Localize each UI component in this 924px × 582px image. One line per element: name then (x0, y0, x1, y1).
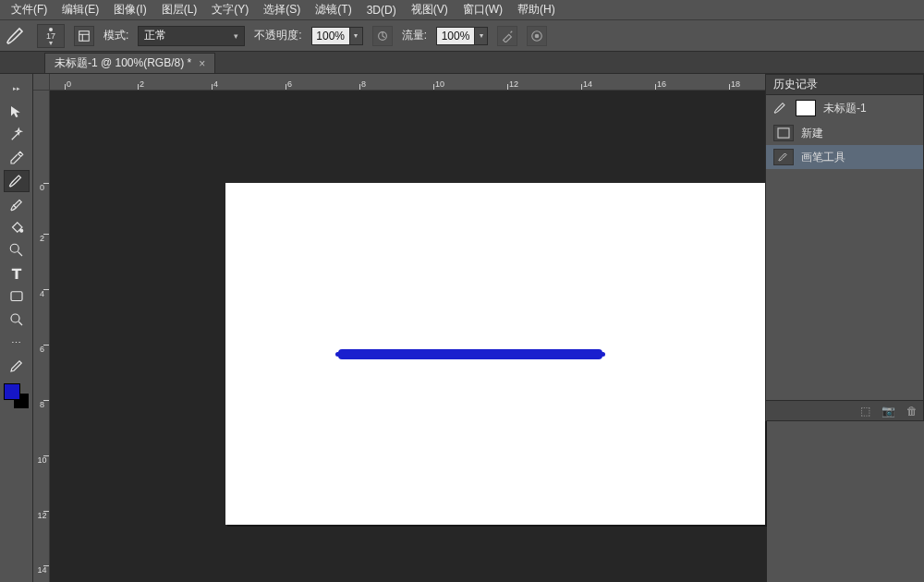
tool-edit-toolbar[interactable] (4, 355, 30, 377)
ruler-tick: 14 (581, 74, 592, 90)
ruler-vertical[interactable]: 02468101214 (33, 91, 50, 582)
canvas-area: 02468101214161820 02468101214 (33, 74, 767, 582)
menu-layer[interactable]: 图层(L) (156, 0, 203, 19)
menu-3d[interactable]: 3D(D) (361, 2, 402, 18)
tool-shape[interactable] (4, 285, 30, 308)
menu-image[interactable]: 图像(I) (108, 0, 152, 19)
tool-type[interactable] (4, 262, 30, 285)
menu-edit[interactable]: 编辑(E) (56, 0, 104, 19)
tool-move[interactable] (4, 101, 30, 123)
menu-view[interactable]: 视图(V) (406, 0, 454, 19)
brush-panel-toggle[interactable] (74, 26, 94, 46)
chevron-down-icon[interactable]: ▾ (350, 27, 363, 45)
trash-icon[interactable]: 🗑 (906, 405, 918, 418)
svg-rect-8 (778, 128, 789, 138)
ruler-tick: 0 (65, 74, 71, 90)
blend-mode-select[interactable]: 正常 ▾ (138, 26, 245, 46)
create-snapshot-icon[interactable]: ⬚ (860, 405, 870, 418)
ruler-tick: 4 (212, 74, 218, 90)
close-icon[interactable]: × (199, 57, 205, 70)
tool-zoom[interactable] (4, 309, 30, 331)
history-step-label: 新建 (801, 126, 823, 141)
menu-window[interactable]: 窗口(W) (457, 0, 508, 19)
history-panel: 历史记录 未标题-1 新建 画笔工具 ⬚ 📷 🗑 (765, 74, 924, 421)
document-tab-strip: 未标题-1 @ 100%(RGB/8) * × (0, 52, 924, 74)
ruler-tick: 6 (286, 74, 292, 90)
tool-eyedropper[interactable] (4, 147, 30, 169)
opacity-field[interactable]: 100% ▾ (311, 27, 363, 45)
chevron-down-icon: ▾ (49, 41, 53, 46)
camera-icon[interactable]: 📷 (881, 405, 895, 418)
ruler-tick: 4 (33, 289, 49, 298)
flow-value[interactable]: 100% (436, 27, 475, 45)
ruler-tick: 10 (33, 455, 49, 465)
menu-help[interactable]: 帮助(H) (512, 0, 561, 19)
history-panel-footer: ⬚ 📷 🗑 (766, 400, 923, 420)
document-tab[interactable]: 未标题-1 @ 100%(RGB/8) * × (44, 53, 215, 73)
tool-dodge[interactable] (4, 239, 30, 261)
new-document-icon (777, 127, 790, 139)
flow-label: 流量: (402, 28, 427, 43)
chevron-down-icon: ▾ (234, 31, 238, 41)
brush-icon (773, 101, 788, 115)
ruler-tick: 14 (33, 565, 49, 575)
brush-icon (777, 152, 790, 163)
viewport[interactable] (50, 91, 767, 582)
work-area: ▸▸ ⋯ 02468101214161820 02468101214 历史记录 (0, 74, 924, 582)
menu-select[interactable]: 选择(S) (258, 0, 306, 19)
current-tool-icon[interactable] (6, 25, 28, 47)
tool-magic-wand[interactable] (4, 124, 30, 146)
opacity-value[interactable]: 100% (311, 27, 350, 45)
toolbox: ▸▸ ⋯ (0, 74, 33, 582)
menu-bar: 文件(F) 编辑(E) 图像(I) 图层(L) 文字(Y) 选择(S) 滤镜(T… (0, 0, 924, 20)
mode-label: 模式: (103, 28, 128, 43)
svg-point-4 (19, 229, 22, 232)
blend-mode-value: 正常 (144, 28, 166, 43)
options-bar: 17 ▾ 模式: 正常 ▾ 不透明度: 100% ▾ 流量: 100% ▾ (0, 20, 924, 52)
airbrush-icon[interactable] (497, 26, 517, 46)
chevron-down-icon[interactable]: ▾ (475, 27, 488, 45)
ruler-tick: 6 (33, 345, 49, 354)
history-snapshot-row[interactable]: 未标题-1 (766, 95, 923, 121)
ruler-tick: 12 (507, 74, 518, 90)
ruler-origin[interactable] (33, 74, 50, 91)
ruler-tick: 12 (33, 511, 49, 520)
tool-history-brush[interactable] (4, 193, 30, 215)
tool-brush[interactable] (4, 170, 30, 192)
history-step-icon (773, 149, 794, 165)
ruler-horizontal[interactable]: 02468101214161820 (50, 74, 767, 91)
history-step-icon (773, 125, 794, 141)
document-tab-title: 未标题-1 @ 100%(RGB/8) * (55, 55, 191, 71)
opacity-label: 不透明度: (254, 28, 301, 43)
right-panel-column: 历史记录 未标题-1 新建 画笔工具 ⬚ 📷 🗑 (765, 74, 924, 421)
menu-filter[interactable]: 滤镜(T) (310, 0, 357, 19)
svg-rect-0 (79, 30, 90, 41)
toolbox-more[interactable]: ⋯ (4, 332, 30, 354)
tool-paint-bucket[interactable] (4, 216, 30, 238)
tablet-pressure-opacity-icon[interactable] (372, 26, 393, 46)
snapshot-thumbnail (796, 100, 816, 116)
color-swatches[interactable] (4, 383, 30, 409)
svg-point-3 (535, 34, 539, 38)
menu-type[interactable]: 文字(Y) (206, 0, 254, 19)
ruler-tick: 2 (138, 74, 144, 90)
brush-preset-picker[interactable]: 17 ▾ (37, 24, 65, 48)
svg-point-7 (11, 314, 19, 322)
tablet-pressure-size-icon[interactable] (527, 26, 547, 46)
svg-point-5 (10, 244, 18, 252)
snapshot-label: 未标题-1 (823, 101, 867, 116)
ruler-tick: 8 (359, 74, 366, 90)
ruler-tick: 16 (655, 74, 666, 90)
svg-rect-6 (11, 292, 22, 301)
history-step[interactable]: 新建 (766, 121, 923, 145)
history-step[interactable]: 画笔工具 (766, 145, 923, 169)
menu-file[interactable]: 文件(F) (6, 0, 53, 19)
painted-stroke (338, 349, 602, 359)
ruler-tick: 2 (33, 234, 49, 243)
flow-field[interactable]: 100% ▾ (436, 27, 488, 45)
toolbox-collapse-icon[interactable]: ▸▸ (4, 78, 30, 100)
history-panel-title[interactable]: 历史记录 (766, 75, 923, 95)
foreground-color-swatch[interactable] (4, 383, 20, 400)
ruler-tick: 18 (729, 74, 740, 90)
canvas-document[interactable] (225, 183, 765, 525)
